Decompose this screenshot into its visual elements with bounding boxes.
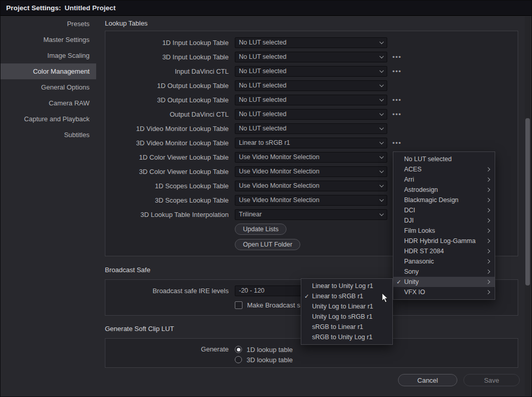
project-name: Untitled Project xyxy=(64,4,116,12)
chevron-down-icon xyxy=(380,54,384,58)
menu-item[interactable]: ✓ Astrodesign xyxy=(393,185,495,195)
lut-dropdown[interactable]: No LUT selected xyxy=(235,95,387,105)
scrollbar-thumb[interactable] xyxy=(525,118,530,285)
menu-item[interactable]: ✓ Unity xyxy=(393,277,495,287)
lut-row-label: 3D Video Monitor Lookup Table xyxy=(105,139,229,147)
submenu-item-label: sRGB to Linear r1 xyxy=(312,323,387,330)
lut-dropdown[interactable]: No LUT selected xyxy=(235,123,387,134)
chevron-down-icon xyxy=(380,169,384,173)
sidebar-item-label: Camera RAW xyxy=(49,99,90,107)
lut-dropdown[interactable]: Use Video Monitor Selection xyxy=(235,166,387,177)
sidebar-item[interactable]: Presets xyxy=(1,16,96,32)
lut-dropdown[interactable]: Use Video Monitor Selection xyxy=(235,152,387,163)
submenu-item[interactable]: ✓ Linear to Unity Log r1 xyxy=(301,281,392,291)
menu-item[interactable]: ✓ Arri xyxy=(393,174,495,185)
sidebar-item[interactable]: Camera RAW xyxy=(1,95,96,111)
sidebar-item[interactable]: Color Management xyxy=(1,63,96,79)
more-options-button[interactable]: ••• xyxy=(392,139,402,147)
sidebar-item[interactable]: Image Scaling xyxy=(1,48,96,63)
menu-item-label: DCI xyxy=(404,207,482,214)
generate-option-row: 1D lookup table xyxy=(229,344,293,355)
soft-clip-heading: Generate Soft Clip LUT xyxy=(105,325,174,333)
sidebar-item[interactable]: Master Settings xyxy=(1,32,96,48)
sidebar-item-label: Subtitles xyxy=(64,131,90,139)
lut-dropdown[interactable]: No LUT selected xyxy=(235,66,387,77)
more-options-button[interactable]: ••• xyxy=(392,68,402,75)
sidebar-item-label: Image Scaling xyxy=(48,52,90,59)
submenu-item-label: Unity Log to sRGB r1 xyxy=(312,313,387,320)
radio-button[interactable] xyxy=(235,346,242,353)
submenu-item-label: Linear to sRGB r1 xyxy=(312,293,387,300)
lut-dropdown-value: No LUT selected xyxy=(239,68,380,75)
menu-item[interactable]: ✓ HDR Hybrid Log-Gamma xyxy=(393,236,495,246)
more-options-button[interactable]: ••• xyxy=(392,96,402,104)
lut-dropdown[interactable]: Use Video Monitor Selection xyxy=(235,181,387,191)
menu-item[interactable]: ✓ VFX IO xyxy=(393,287,495,297)
sidebar: Presets Master Settings Image Scaling Co… xyxy=(1,16,96,143)
menu-item-label: Arri xyxy=(404,176,482,183)
more-options-button[interactable]: ••• xyxy=(392,53,402,61)
submenu-item[interactable]: ✓ sRGB to Unity Log r1 xyxy=(301,332,392,342)
submenu-item[interactable]: ✓ sRGB to Linear r1 xyxy=(301,322,392,332)
lut-dropdown-value: Use Video Monitor Selection xyxy=(239,182,380,189)
lut-dropdown[interactable]: No LUT selected xyxy=(235,109,387,120)
chevron-down-icon xyxy=(380,155,384,159)
make-broadcast-safe-checkbox[interactable] xyxy=(235,301,242,309)
submenu-arrow-icon xyxy=(486,208,490,212)
sidebar-item-label: Color Management xyxy=(33,68,90,75)
lut-dropdown-value: Use Video Monitor Selection xyxy=(239,168,380,175)
save-button[interactable]: Save xyxy=(463,374,520,386)
menu-item[interactable]: ✓ Film Looks xyxy=(393,226,495,236)
more-options-button[interactable]: ••• xyxy=(392,111,402,118)
lut-dropdown[interactable]: Linear to sRGB r1 xyxy=(235,138,387,148)
lut-dropdown-value: No LUT selected xyxy=(239,125,380,132)
menu-item[interactable]: ✓ DJI xyxy=(393,215,495,226)
lut-dropdown[interactable]: No LUT selected xyxy=(235,80,387,91)
checkmark-icon: ✓ xyxy=(396,279,404,285)
lut-row: 3D Video Monitor Lookup Table Linear to … xyxy=(105,136,518,150)
menu-item[interactable]: ✓ Panasonic xyxy=(393,256,495,267)
submenu-item[interactable]: ✓ Linear to sRGB r1 xyxy=(301,291,392,301)
submenu-arrow-icon xyxy=(486,229,490,233)
menu-item[interactable]: ✓ ACES xyxy=(393,164,495,174)
sidebar-item-label: Capture and Playback xyxy=(24,115,90,123)
lut-context-menu: ✓ No LUT selected ✓ ACES ✓ Arri ✓ Astrod… xyxy=(393,151,495,300)
lut-dropdown[interactable]: Use Video Monitor Selection xyxy=(235,195,387,206)
lut-row-label: 3D Output Lookup Table xyxy=(105,96,229,104)
sidebar-item[interactable]: Subtitles xyxy=(1,127,96,143)
menu-item[interactable]: ✓ No LUT selected xyxy=(393,154,495,164)
sidebar-item[interactable]: Capture and Playback xyxy=(1,111,96,127)
menu-item[interactable]: ✓ Sony xyxy=(393,267,495,277)
generate-label: Generate xyxy=(105,344,229,355)
lut-row-label: 3D Lookup Table Interpolation xyxy=(105,211,229,218)
submenu-item[interactable]: ✓ Unity Log to Linear r1 xyxy=(301,301,392,312)
lut-row-label: 1D Input Lookup Table xyxy=(105,39,229,47)
radio-button[interactable] xyxy=(235,356,242,363)
update-lists-button[interactable]: Update Lists xyxy=(235,224,286,235)
lut-dropdown[interactable]: Trilinear xyxy=(235,209,387,220)
submenu-arrow-icon xyxy=(486,167,490,171)
cancel-button[interactable]: Cancel xyxy=(398,374,457,386)
chevron-down-icon xyxy=(380,83,384,87)
lut-row-label: Input DaVinci CTL xyxy=(105,68,229,75)
lut-dropdown-value: Use Video Monitor Selection xyxy=(239,196,380,204)
sidebar-item-label: General Options xyxy=(41,83,90,91)
submenu-arrow-icon xyxy=(486,290,490,294)
lut-dropdown[interactable]: No LUT selected xyxy=(235,52,387,62)
lut-row-label: Output DaVinci CTL xyxy=(105,111,229,118)
window-title: Project Settings: xyxy=(6,4,61,12)
lut-submenu: ✓ Linear to Unity Log r1 ✓ Linear to sRG… xyxy=(301,278,393,345)
menu-item[interactable]: ✓ HDR ST 2084 xyxy=(393,246,495,256)
lut-row-label: 1D Scopes Lookup Table xyxy=(105,182,229,190)
project-settings-window: Project Settings: Untitled Project Prese… xyxy=(0,0,532,397)
chevron-down-icon xyxy=(380,140,384,144)
menu-item-label: VFX IO xyxy=(404,289,482,296)
lut-dropdown[interactable]: No LUT selected xyxy=(235,37,387,48)
sidebar-item[interactable]: General Options xyxy=(1,79,96,95)
submenu-item[interactable]: ✓ Unity Log to sRGB r1 xyxy=(301,312,392,322)
radio-label: 3D lookup table xyxy=(247,356,293,364)
open-lut-folder-button[interactable]: Open LUT Folder xyxy=(235,239,300,250)
menu-item[interactable]: ✓ DCI xyxy=(393,205,495,215)
generate-options: 1D lookup table 3D lookup table xyxy=(229,344,293,365)
menu-item[interactable]: ✓ Blackmagic Design xyxy=(393,195,495,205)
